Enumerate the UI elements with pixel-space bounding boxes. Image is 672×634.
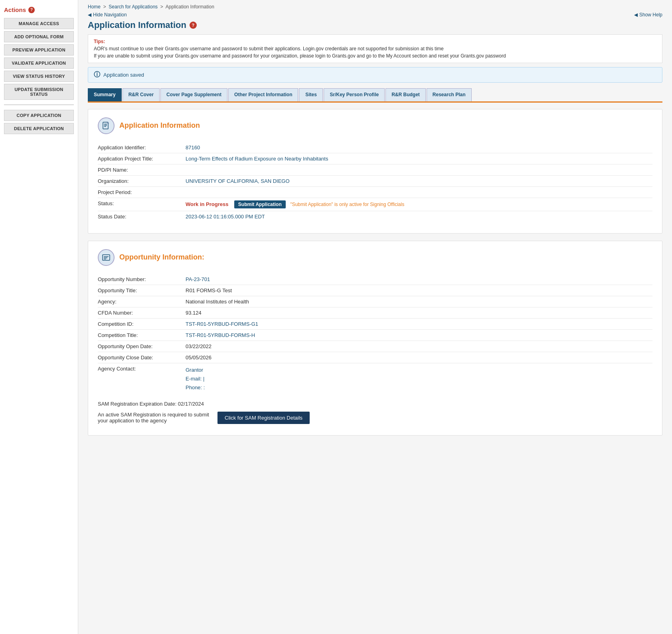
page-title-text: Application Information bbox=[88, 20, 186, 30]
contact-grantor: Grantor bbox=[186, 366, 649, 374]
project-period-label: Project Period: bbox=[98, 186, 186, 198]
identifier-label: Application Identifier: bbox=[98, 142, 186, 153]
svg-rect-7 bbox=[104, 259, 106, 260]
copy-application-button[interactable]: COPY APPLICATION bbox=[4, 110, 74, 121]
identifier-value: 87160 bbox=[186, 142, 652, 153]
app-info-title: Application Information bbox=[119, 121, 200, 130]
table-row: Application Project Title: Long-Term Eff… bbox=[98, 153, 652, 164]
opp-info-table: Opportunity Number: PA-23-701 Opportunit… bbox=[98, 274, 652, 394]
table-row: Status: Work in Progress Submit Applicat… bbox=[98, 198, 652, 211]
opp-title-value: R01 FORMS-G Test bbox=[186, 285, 652, 296]
table-row: Opportunity Number: PA-23-701 bbox=[98, 274, 652, 285]
opp-competition-title-value: TST-R01-5YRBUD-FORMS-H bbox=[186, 329, 652, 341]
table-row: Status Date: 2023-06-12 01:16:05.000 PM … bbox=[98, 211, 652, 222]
info-alert: ⓘ Application saved bbox=[88, 67, 662, 83]
opp-number-link[interactable]: PA-23-701 bbox=[186, 276, 210, 282]
status-work-text: Work in Progress bbox=[186, 201, 228, 207]
tab-srkey-person-profile[interactable]: Sr/Key Person Profile bbox=[324, 88, 385, 101]
project-title-value: Long-Term Effects of Radium Exposure on … bbox=[186, 153, 652, 164]
opp-title-label: Opportunity Title: bbox=[98, 285, 186, 296]
nav-help-row: ◀ Hide Navigation ◀ Show Help bbox=[88, 12, 662, 20]
hide-navigation-button[interactable]: ◀ Hide Navigation bbox=[88, 12, 127, 18]
organization-value: UNIVERSITY OF CALIFORNIA, SAN DIEGO bbox=[186, 175, 652, 186]
status-date-link[interactable]: 2023-06-12 01:16:05.000 PM EDT bbox=[186, 214, 265, 220]
submit-application-button[interactable]: Submit Application bbox=[234, 200, 286, 208]
table-row: Opportunity Open Date: 03/22/2022 bbox=[98, 341, 652, 352]
breadcrumb-current: Application Information bbox=[166, 4, 214, 10]
opp-info-title: Opportunity Information: bbox=[119, 253, 204, 262]
show-help-button[interactable]: ◀ Show Help bbox=[634, 12, 662, 18]
svg-rect-6 bbox=[104, 258, 107, 258]
opp-number-label: Opportunity Number: bbox=[98, 274, 186, 285]
opp-contact-value: Grantor E-mail: | Phone: : bbox=[186, 363, 652, 394]
table-row: Opportunity Close Date: 05/05/2026 bbox=[98, 352, 652, 363]
table-row: Organization: UNIVERSITY OF CALIFORNIA, … bbox=[98, 175, 652, 186]
page-help-icon[interactable]: ? bbox=[190, 22, 197, 29]
sidebar: Actions ? MANAGE ACCESS ADD OPTIONAL FOR… bbox=[0, 0, 78, 634]
breadcrumb-home[interactable]: Home bbox=[88, 4, 101, 10]
status-date-label: Status Date: bbox=[98, 211, 186, 222]
sam-row: An active SAM Registration is required t… bbox=[98, 412, 652, 424]
hide-nav-label: Hide Navigation bbox=[93, 12, 127, 18]
status-note: "Submit Application" is only active for … bbox=[290, 202, 404, 207]
update-submission-status-button[interactable]: UPDATE SUBMISSION STATUS bbox=[4, 84, 74, 100]
tab-sites[interactable]: Sites bbox=[299, 88, 323, 101]
opp-close-date-label: Opportunity Close Date: bbox=[98, 352, 186, 363]
preview-application-button[interactable]: PREVIEW APPLICATION bbox=[4, 44, 74, 55]
tips-box: Tips: AOR's must continue to use their G… bbox=[88, 34, 662, 63]
table-row: PD/PI Name: bbox=[98, 164, 652, 175]
table-row: Agency: National Institutes of Health bbox=[98, 296, 652, 307]
table-row: Competition Title: TST-R01-5YRBUD-FORMS-… bbox=[98, 329, 652, 341]
organization-link[interactable]: UNIVERSITY OF CALIFORNIA, SAN DIEGO bbox=[186, 178, 290, 184]
tab-rr-budget[interactable]: R&R Budget bbox=[385, 88, 426, 101]
table-row: CFDA Number: 93.124 bbox=[98, 307, 652, 318]
sidebar-divider bbox=[4, 105, 74, 105]
manage-access-button[interactable]: MANAGE ACCESS bbox=[4, 18, 74, 29]
tab-summary[interactable]: Summary bbox=[88, 88, 122, 101]
view-status-history-button[interactable]: VIEW STATUS HISTORY bbox=[4, 71, 74, 82]
competition-title-link[interactable]: TST-R01-5YRBUD-FORMS-H bbox=[186, 332, 255, 338]
sidebar-title: Actions ? bbox=[4, 6, 74, 13]
breadcrumb-search[interactable]: Search for Applications bbox=[109, 4, 158, 10]
delete-application-button[interactable]: DELETE APPLICATION bbox=[4, 123, 74, 134]
alert-message: Application saved bbox=[103, 72, 144, 78]
opp-contact-label: Agency Contact: bbox=[98, 363, 186, 394]
sam-registration-button[interactable]: Click for SAM Registration Details bbox=[217, 412, 310, 424]
breadcrumb: Home > Search for Applications > Applica… bbox=[88, 4, 214, 10]
opp-info-icon bbox=[98, 249, 115, 266]
competition-id-link[interactable]: TST-R01-5YRBUD-FORMS-G1 bbox=[186, 321, 258, 327]
pdpi-value bbox=[186, 164, 652, 175]
status-date-value: 2023-06-12 01:16:05.000 PM EDT bbox=[186, 211, 652, 222]
actions-help-icon[interactable]: ? bbox=[28, 7, 35, 13]
contact-phone: Phone: : bbox=[186, 383, 649, 392]
organization-label: Organization: bbox=[98, 175, 186, 186]
opp-cfda-label: CFDA Number: bbox=[98, 307, 186, 318]
tab-rr-cover[interactable]: R&R Cover bbox=[123, 88, 160, 101]
table-row: Project Period: bbox=[98, 186, 652, 198]
opp-agency-label: Agency: bbox=[98, 296, 186, 307]
svg-rect-5 bbox=[104, 256, 109, 257]
page-title: Application Information ? bbox=[88, 20, 662, 30]
actions-label: Actions bbox=[4, 6, 26, 13]
project-title-label: Application Project Title: bbox=[98, 153, 186, 164]
validate-application-button[interactable]: VALIDATE APPLICATION bbox=[4, 57, 74, 69]
tab-research-plan[interactable]: Research Plan bbox=[427, 88, 472, 101]
svg-rect-3 bbox=[104, 126, 106, 127]
main-content: Home > Search for Applications > Applica… bbox=[78, 0, 672, 634]
tips-line-1: AOR's must continue to use their Grants.… bbox=[94, 46, 656, 52]
table-row: Competition ID: TST-R01-5YRBUD-FORMS-G1 bbox=[98, 318, 652, 329]
opp-number-value: PA-23-701 bbox=[186, 274, 652, 285]
project-period-value bbox=[186, 186, 652, 198]
opp-agency-value: National Institutes of Health bbox=[186, 296, 652, 307]
status-label: Status: bbox=[98, 198, 186, 211]
tab-other-project-information[interactable]: Other Project Information bbox=[228, 88, 298, 101]
project-title-link[interactable]: Long-Term Effects of Radium Exposure on … bbox=[186, 156, 328, 162]
pdpi-label: PD/PI Name: bbox=[98, 164, 186, 175]
show-help-label: Show Help bbox=[639, 12, 662, 18]
app-info-table: Application Identifier: 87160 Applicatio… bbox=[98, 142, 652, 222]
add-optional-form-button[interactable]: ADD OPTIONAL FORM bbox=[4, 31, 74, 42]
app-info-icon bbox=[98, 117, 115, 134]
tab-cover-page-supplement[interactable]: Cover Page Supplement bbox=[160, 88, 227, 101]
identifier-link[interactable]: 87160 bbox=[186, 145, 200, 151]
tips-label: Tips: bbox=[94, 39, 656, 44]
